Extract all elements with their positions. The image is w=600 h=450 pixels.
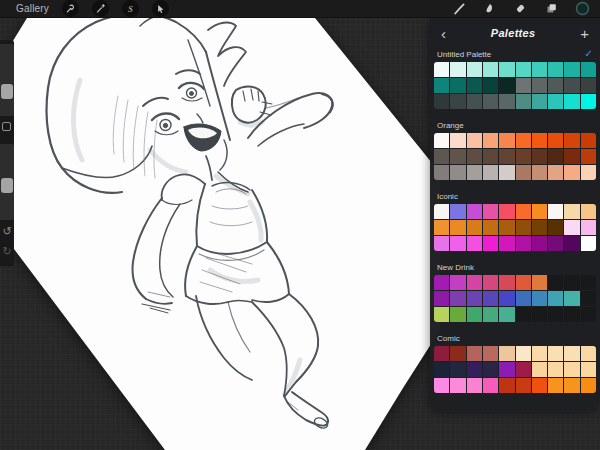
color-swatch[interactable] bbox=[499, 378, 514, 393]
color-swatch[interactable] bbox=[564, 378, 579, 393]
color-swatch[interactable] bbox=[532, 275, 547, 290]
eraser-tool-button[interactable] bbox=[513, 1, 528, 16]
empty-swatch-slot[interactable] bbox=[581, 291, 596, 306]
color-swatch[interactable] bbox=[548, 362, 563, 377]
color-swatch[interactable] bbox=[581, 204, 596, 219]
color-swatch[interactable] bbox=[581, 165, 596, 180]
color-swatch[interactable] bbox=[483, 94, 498, 109]
color-swatch[interactable] bbox=[434, 307, 449, 322]
color-swatch[interactable] bbox=[516, 204, 531, 219]
color-button[interactable] bbox=[575, 1, 590, 16]
color-swatch[interactable] bbox=[564, 204, 579, 219]
color-swatch[interactable] bbox=[532, 94, 547, 109]
color-swatch[interactable] bbox=[532, 291, 547, 306]
color-swatch[interactable] bbox=[581, 78, 596, 93]
color-swatch[interactable] bbox=[467, 62, 482, 77]
color-swatch[interactable] bbox=[548, 291, 563, 306]
color-swatch[interactable] bbox=[516, 291, 531, 306]
color-swatch[interactable] bbox=[516, 220, 531, 235]
gallery-button[interactable]: Gallery bbox=[16, 3, 49, 14]
brush-size-slider[interactable] bbox=[0, 44, 14, 116]
color-swatch[interactable] bbox=[499, 204, 514, 219]
color-swatch[interactable] bbox=[467, 275, 482, 290]
redo-button[interactable]: ↻ bbox=[0, 246, 14, 257]
color-swatch[interactable] bbox=[499, 220, 514, 235]
color-swatch[interactable] bbox=[516, 78, 531, 93]
color-swatch[interactable] bbox=[532, 149, 547, 164]
color-swatch[interactable] bbox=[516, 362, 531, 377]
color-swatch[interactable] bbox=[548, 165, 563, 180]
color-swatch[interactable] bbox=[548, 133, 563, 148]
color-swatch[interactable] bbox=[434, 346, 449, 361]
color-swatch[interactable] bbox=[581, 220, 596, 235]
color-swatch[interactable] bbox=[581, 236, 596, 251]
color-swatch[interactable] bbox=[434, 362, 449, 377]
undo-button[interactable]: ↺ bbox=[0, 226, 14, 237]
color-swatch[interactable] bbox=[548, 62, 563, 77]
empty-swatch-slot[interactable] bbox=[581, 275, 596, 290]
color-swatch[interactable] bbox=[450, 133, 465, 148]
color-swatch[interactable] bbox=[516, 94, 531, 109]
selection-button[interactable]: S bbox=[122, 0, 139, 17]
color-swatch[interactable] bbox=[483, 62, 498, 77]
color-swatch[interactable] bbox=[450, 236, 465, 251]
color-swatch[interactable] bbox=[434, 236, 449, 251]
color-swatch[interactable] bbox=[516, 275, 531, 290]
color-swatch[interactable] bbox=[434, 165, 449, 180]
actions-button[interactable] bbox=[62, 0, 79, 17]
color-swatch[interactable] bbox=[499, 133, 514, 148]
color-swatch[interactable] bbox=[434, 275, 449, 290]
color-swatch[interactable] bbox=[564, 236, 579, 251]
color-swatch[interactable] bbox=[532, 220, 547, 235]
color-swatch[interactable] bbox=[450, 307, 465, 322]
color-swatch[interactable] bbox=[581, 362, 596, 377]
empty-swatch-slot[interactable] bbox=[564, 307, 579, 322]
color-swatch[interactable] bbox=[434, 220, 449, 235]
add-palette-button[interactable]: + bbox=[580, 26, 589, 41]
color-swatch[interactable] bbox=[532, 133, 547, 148]
color-swatch[interactable] bbox=[467, 94, 482, 109]
color-swatch[interactable] bbox=[532, 78, 547, 93]
color-swatch[interactable] bbox=[483, 362, 498, 377]
color-swatch[interactable] bbox=[532, 346, 547, 361]
adjustments-button[interactable] bbox=[92, 0, 109, 17]
color-swatch[interactable] bbox=[450, 204, 465, 219]
empty-swatch-slot[interactable] bbox=[581, 307, 596, 322]
color-swatch[interactable] bbox=[450, 94, 465, 109]
empty-swatch-slot[interactable] bbox=[548, 275, 563, 290]
color-swatch[interactable] bbox=[450, 149, 465, 164]
color-swatch[interactable] bbox=[434, 78, 449, 93]
color-swatch[interactable] bbox=[499, 362, 514, 377]
color-swatch[interactable] bbox=[434, 94, 449, 109]
color-swatch[interactable] bbox=[483, 133, 498, 148]
color-swatch[interactable] bbox=[581, 378, 596, 393]
color-swatch[interactable] bbox=[564, 149, 579, 164]
color-swatch[interactable] bbox=[450, 220, 465, 235]
color-swatch[interactable] bbox=[483, 378, 498, 393]
color-swatch[interactable] bbox=[467, 307, 482, 322]
color-swatch[interactable] bbox=[548, 204, 563, 219]
color-swatch[interactable] bbox=[499, 275, 514, 290]
color-swatch[interactable] bbox=[450, 362, 465, 377]
smudge-tool-button[interactable] bbox=[482, 1, 497, 16]
color-swatch[interactable] bbox=[467, 291, 482, 306]
color-swatch[interactable] bbox=[434, 149, 449, 164]
color-swatch[interactable] bbox=[434, 378, 449, 393]
color-swatch[interactable] bbox=[499, 62, 514, 77]
color-swatch[interactable] bbox=[467, 204, 482, 219]
empty-swatch-slot[interactable] bbox=[564, 275, 579, 290]
color-swatch[interactable] bbox=[483, 220, 498, 235]
color-swatch[interactable] bbox=[564, 346, 579, 361]
color-swatch[interactable] bbox=[499, 149, 514, 164]
color-swatch[interactable] bbox=[532, 378, 547, 393]
color-swatch[interactable] bbox=[516, 133, 531, 148]
color-swatch[interactable] bbox=[483, 204, 498, 219]
color-swatch[interactable] bbox=[467, 78, 482, 93]
color-swatch[interactable] bbox=[467, 362, 482, 377]
color-swatch[interactable] bbox=[467, 133, 482, 148]
color-swatch[interactable] bbox=[499, 165, 514, 180]
color-swatch[interactable] bbox=[467, 165, 482, 180]
color-swatch[interactable] bbox=[450, 275, 465, 290]
color-swatch[interactable] bbox=[532, 165, 547, 180]
color-swatch[interactable] bbox=[450, 346, 465, 361]
